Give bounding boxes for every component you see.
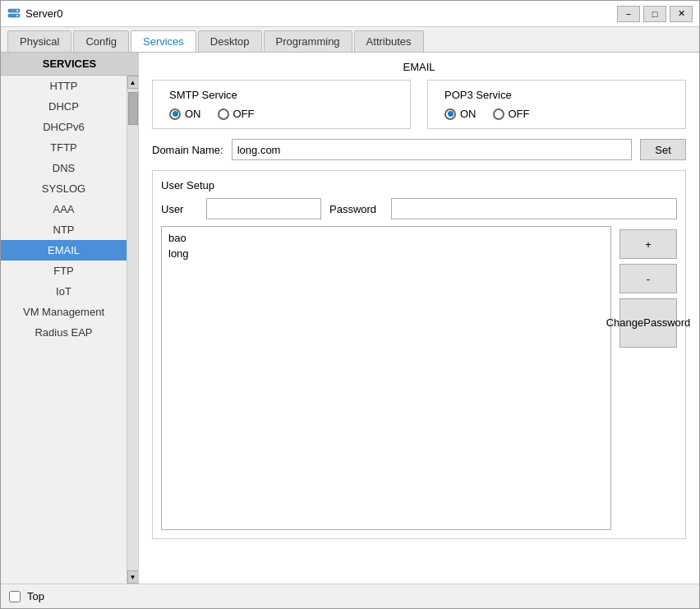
sidebar-item-http[interactable]: HTTP (1, 76, 127, 96)
maximize-button[interactable]: □ (643, 6, 666, 22)
sidebar-item-iot[interactable]: IoT (1, 281, 127, 302)
sidebar-item-aaa[interactable]: AAA (1, 199, 127, 219)
set-button[interactable]: Set (640, 139, 686, 160)
smtp-off-option[interactable]: OFF (218, 108, 255, 120)
smtp-on-radio[interactable] (169, 108, 181, 120)
sidebar-with-scroll: HTTP DHCP DHCPv6 TFTP DNS SYSLOG AAA NTP… (1, 76, 138, 584)
smtp-off-label: OFF (233, 108, 255, 120)
scroll-up-arrow[interactable]: ▲ (127, 76, 139, 89)
email-section-title: EMAIL (152, 61, 686, 73)
sidebar-header: SERVICES (1, 53, 138, 76)
smtp-off-radio[interactable] (218, 108, 229, 120)
smtp-service-box: SMTP Service ON OFF (152, 80, 411, 129)
sidebar-item-dhcpv6[interactable]: DHCPv6 (1, 117, 127, 137)
sidebar-item-ftp[interactable]: FTP (1, 261, 127, 281)
pop3-on-option[interactable]: ON (444, 108, 477, 120)
smtp-label: SMTP Service (169, 89, 394, 101)
password-input[interactable] (391, 198, 677, 219)
content-panel: EMAIL SMTP Service ON OFF (139, 53, 699, 584)
minimize-button[interactable]: − (617, 6, 640, 22)
pop3-on-radio[interactable] (444, 108, 456, 120)
user-password-row: User Password (161, 198, 677, 219)
svg-point-3 (16, 15, 18, 16)
email-services: SMTP Service ON OFF POP3 Servic (152, 80, 686, 129)
sidebar-item-syslog[interactable]: SYSLOG (1, 178, 127, 199)
user-input[interactable] (206, 198, 321, 219)
close-button[interactable]: ✕ (670, 6, 693, 22)
tab-attributes[interactable]: Attributes (354, 30, 424, 52)
title-bar-controls: − □ ✕ (617, 6, 693, 22)
user-list-item-bao[interactable]: bao (165, 230, 607, 246)
sidebar-item-tftp[interactable]: TFTP (1, 137, 127, 158)
tab-programming[interactable]: Programming (264, 30, 352, 52)
sidebar-scrollbar: ▲ ▼ (127, 76, 138, 584)
main-content: SERVICES HTTP DHCP DHCPv6 TFTP DNS SYSLO… (1, 53, 699, 584)
sidebar-item-vm-management[interactable]: VM Management (1, 302, 127, 322)
sidebar-item-dns[interactable]: DNS (1, 158, 127, 178)
scroll-thumb[interactable] (128, 92, 138, 125)
domain-name-row: Domain Name: Set (152, 139, 686, 160)
smtp-on-option[interactable]: ON (169, 108, 201, 120)
sidebar-item-radius-eap[interactable]: Radius EAP (1, 322, 127, 343)
domain-name-input[interactable] (232, 139, 632, 160)
remove-user-button[interactable]: - (619, 264, 677, 293)
top-label: Top (27, 590, 44, 602)
pop3-on-label: ON (460, 108, 477, 120)
sidebar-scroll: HTTP DHCP DHCPv6 TFTP DNS SYSLOG AAA NTP… (1, 76, 127, 584)
domain-name-label: Domain Name: (152, 144, 223, 156)
change-password-button[interactable]: Change Password (619, 298, 677, 348)
pop3-off-radio[interactable] (493, 108, 504, 120)
change-password-line1: Change (606, 316, 644, 330)
svg-point-2 (16, 10, 18, 12)
add-user-button[interactable]: + (619, 229, 677, 259)
user-field-label: User (161, 203, 198, 215)
server-icon (7, 7, 21, 21)
password-field-label: Password (329, 203, 383, 215)
user-setup-title: User Setup (161, 179, 677, 191)
sidebar-item-ntp[interactable]: NTP (1, 219, 127, 240)
scroll-down-arrow[interactable]: ▼ (127, 570, 139, 584)
top-checkbox[interactable] (9, 591, 21, 602)
window-title: Server0 (25, 7, 63, 20)
side-buttons: + - Change Password (619, 226, 677, 530)
user-list-item-long[interactable]: long (165, 246, 607, 261)
pop3-off-label: OFF (509, 108, 530, 120)
user-setup-box: User Setup User Password bao long + (152, 170, 686, 539)
pop3-label: POP3 Service (444, 89, 669, 101)
title-bar-left: Server0 (7, 7, 63, 21)
sidebar: SERVICES HTTP DHCP DHCPv6 TFTP DNS SYSLO… (1, 53, 139, 584)
footer: Top (1, 584, 699, 608)
user-list-box[interactable]: bao long (161, 226, 611, 530)
sidebar-item-email[interactable]: EMAIL (1, 240, 127, 261)
change-password-line2: Password (643, 316, 690, 330)
pop3-off-option[interactable]: OFF (493, 108, 530, 120)
sidebar-item-dhcp[interactable]: DHCP (1, 96, 127, 117)
tab-physical[interactable]: Physical (7, 30, 71, 52)
pop3-radio-group: ON OFF (444, 108, 669, 120)
smtp-radio-group: ON OFF (169, 108, 394, 120)
tab-services[interactable]: Services (131, 30, 196, 52)
smtp-on-label: ON (185, 108, 201, 120)
main-window: Server0 − □ ✕ Physical Config Services D… (0, 0, 700, 609)
title-bar: Server0 − □ ✕ (1, 1, 699, 27)
user-list-area: bao long + - Change Password (161, 226, 677, 530)
pop3-service-box: POP3 Service ON OFF (427, 80, 686, 129)
tab-config[interactable]: Config (73, 30, 129, 52)
tab-bar: Physical Config Services Desktop Program… (1, 27, 699, 53)
tab-desktop[interactable]: Desktop (198, 30, 262, 52)
